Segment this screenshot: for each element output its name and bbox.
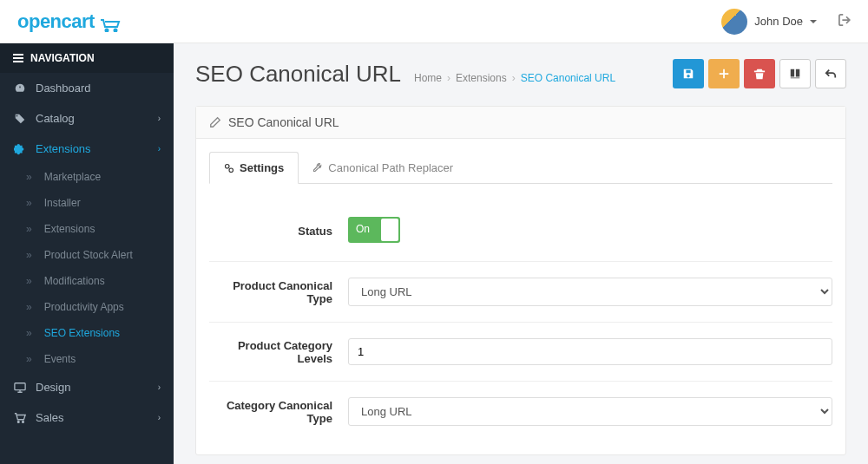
subitem-seo-extensions[interactable]: SEO Extensions <box>13 320 174 346</box>
label-category-canonical: Category Canonical Type <box>209 399 348 425</box>
nav-label: SEO Extensions <box>44 327 120 339</box>
sidebar: NAVIGATION Dashboard Catalog › Extension… <box>0 43 174 464</box>
book-icon <box>789 68 801 80</box>
subitem-marketplace[interactable]: Marketplace <box>13 164 174 190</box>
sidebar-item-sales[interactable]: Sales › <box>0 402 174 433</box>
add-button[interactable] <box>708 59 740 88</box>
delete-button[interactable] <box>744 59 775 88</box>
page-title: SEO Canonical URL <box>195 61 401 88</box>
reply-icon <box>825 68 837 80</box>
crumb-current[interactable]: SEO Canonical URL <box>521 72 615 84</box>
pencil-icon <box>209 116 221 128</box>
gears-icon <box>224 163 234 173</box>
chevron-right-icon: › <box>158 382 161 392</box>
subitem-modifications[interactable]: Modifications <box>13 268 174 294</box>
nav-label: Productivity Apps <box>44 301 124 313</box>
chevron-right-icon: › <box>158 144 161 154</box>
user-name: John Doe <box>754 15 803 28</box>
nav-header: NAVIGATION <box>0 43 174 73</box>
row-status: Status On <box>209 201 832 262</box>
action-buttons <box>673 59 846 88</box>
nav-title: NAVIGATION <box>30 52 95 64</box>
tag-icon <box>13 113 27 125</box>
svg-rect-2 <box>15 382 25 389</box>
nav-label: Product Stock Alert <box>44 249 133 261</box>
breadcrumb-sep: › <box>512 72 516 84</box>
sidebar-item-catalog[interactable]: Catalog › <box>0 103 174 134</box>
logo[interactable]: opencart <box>17 10 121 33</box>
toggle-label: On <box>356 223 370 235</box>
plus-icon <box>718 68 730 80</box>
tab-label: Settings <box>240 161 284 174</box>
tab-label: Canonical Path Replacer <box>328 161 453 174</box>
subitem-stock-alert[interactable]: Product Stock Alert <box>13 242 174 268</box>
nav-label: Events <box>44 353 76 365</box>
panel-title: SEO Canonical URL <box>228 115 339 129</box>
tab-settings[interactable]: Settings <box>209 152 299 184</box>
book-button[interactable] <box>779 59 811 88</box>
dashboard-icon <box>13 82 27 95</box>
crumb-extensions[interactable]: Extensions <box>456 72 507 84</box>
user-area: John Doe <box>721 9 851 35</box>
nav-label: Sales <box>36 411 64 424</box>
puzzle-icon <box>13 143 27 155</box>
label-status: Status <box>209 225 348 238</box>
svg-point-0 <box>105 29 108 31</box>
panel-head: SEO Canonical URL <box>196 107 845 139</box>
wrench-icon <box>312 162 323 173</box>
select-category-canonical[interactable]: Long URL <box>348 397 832 426</box>
nav-label: Dashboard <box>36 82 91 95</box>
chevron-down-icon <box>810 20 817 23</box>
subitem-installer[interactable]: Installer <box>13 190 174 216</box>
sidebar-submenu: Marketplace Installer Extensions Product… <box>0 164 174 372</box>
double-chevron-icon <box>26 353 36 365</box>
avatar <box>721 9 747 35</box>
top-header: opencart John Doe <box>0 0 868 43</box>
hamburger-icon <box>13 54 23 62</box>
logout-icon[interactable] <box>838 14 851 29</box>
nav-label: Modifications <box>44 275 105 287</box>
settings-panel: SEO Canonical URL Settings Canonical Pat… <box>195 106 846 455</box>
toggle-handle <box>381 219 398 241</box>
double-chevron-icon <box>26 197 36 209</box>
subitem-events[interactable]: Events <box>13 346 174 372</box>
logo-text: opencart <box>17 10 95 33</box>
tab-replacer[interactable]: Canonical Path Replacer <box>299 152 467 183</box>
double-chevron-icon <box>26 171 36 183</box>
nav-label: Marketplace <box>44 171 101 183</box>
sidebar-item-extensions[interactable]: Extensions › <box>0 134 174 164</box>
chevron-right-icon: › <box>158 413 161 422</box>
double-chevron-icon <box>26 301 36 313</box>
subitem-extensions[interactable]: Extensions <box>13 216 174 242</box>
double-chevron-icon <box>26 249 36 261</box>
row-category-canonical: Category Canonical Type Long URL <box>209 382 832 441</box>
cart-icon <box>13 412 27 424</box>
status-toggle[interactable]: On <box>348 217 400 243</box>
double-chevron-icon <box>26 223 36 235</box>
sidebar-item-design[interactable]: Design › <box>0 372 174 402</box>
row-product-canonical: Product Canonical Type Long URL <box>209 262 832 323</box>
sidebar-item-dashboard[interactable]: Dashboard <box>0 73 174 103</box>
page-header: SEO Canonical URL Home › Extensions › SE… <box>195 59 846 88</box>
svg-point-3 <box>17 421 19 422</box>
nav-label: Extensions <box>44 223 95 235</box>
save-icon <box>682 68 694 80</box>
nav-label: Catalog <box>36 112 75 125</box>
monitor-icon <box>13 382 27 394</box>
select-product-canonical[interactable]: Long URL <box>348 278 832 306</box>
crumb-home[interactable]: Home <box>414 72 442 84</box>
double-chevron-icon <box>26 327 36 339</box>
label-product-canonical: Product Canonical Type <box>209 279 348 305</box>
breadcrumb: Home › Extensions › SEO Canonical URL <box>414 72 615 84</box>
nav-label: Extensions <box>36 142 91 155</box>
subitem-productivity[interactable]: Productivity Apps <box>13 294 174 320</box>
double-chevron-icon <box>26 275 36 287</box>
input-product-levels[interactable] <box>348 338 832 365</box>
trash-icon <box>753 68 766 80</box>
back-button[interactable] <box>815 59 846 88</box>
nav-label: Installer <box>44 197 81 209</box>
user-menu[interactable]: John Doe <box>721 9 817 35</box>
svg-point-1 <box>114 29 116 31</box>
label-product-levels: Product Category Levels <box>209 339 348 365</box>
save-button[interactable] <box>673 59 704 88</box>
